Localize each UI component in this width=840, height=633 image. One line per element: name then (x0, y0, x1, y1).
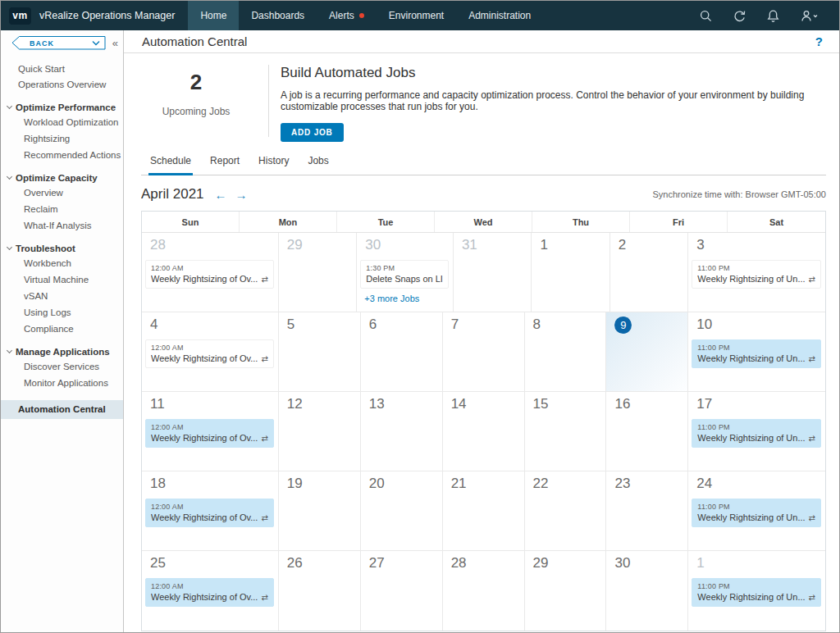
calendar-event[interactable]: 11:00 PMWeekly Rightsizing of Un...⇄ (692, 339, 821, 368)
sidebar-item-vsan[interactable]: vSAN (1, 288, 123, 304)
more-jobs-link[interactable]: +3 more Jobs (364, 294, 450, 303)
calendar-day-29[interactable]: 29 (525, 551, 607, 631)
previous-month-arrow-icon[interactable]: ← (215, 189, 227, 201)
day-number-line: 20 (363, 476, 440, 494)
sidebar-item-recommended-actions[interactable]: Recommended Actions (1, 148, 123, 164)
calendar-day-24[interactable]: 2411:00 PMWeekly Rightsizing of Un...⇄ (688, 471, 825, 550)
sidebar-item-operations-overview[interactable]: Operations Overview (1, 77, 123, 93)
back-button[interactable]: BACK (11, 36, 106, 50)
sidebar-item-workbench[interactable]: Workbench (1, 256, 123, 272)
calendar-event[interactable]: 11:00 PMWeekly Rightsizing of Un...⇄ (692, 419, 821, 448)
calendar-week: 2812:00 AMWeekly Rightsizing of Ov...⇄29… (142, 233, 825, 312)
calendar-day-18[interactable]: 1812:00 AMWeekly Rightsizing of Ov...⇄ (142, 471, 279, 550)
calendar-event[interactable]: 11:00 PMWeekly Rightsizing of Un...⇄ (692, 499, 821, 527)
calendar-day-12[interactable]: 12 (279, 392, 361, 471)
calendar-day-17[interactable]: 1711:00 PMWeekly Rightsizing of Un...⇄ (688, 392, 825, 471)
sidebar-item-reclaim[interactable]: Reclaim (1, 202, 123, 218)
calendar-day-20[interactable]: 20 (361, 471, 443, 550)
sidebar-item-virtual-machine[interactable]: Virtual Machine (1, 271, 123, 288)
tab-schedule[interactable]: Schedule (148, 152, 193, 175)
sidebar-item-discover-services[interactable]: Discover Services (1, 358, 123, 375)
calendar-day-1[interactable]: 1 (532, 233, 609, 312)
help-icon[interactable]: ? (815, 34, 823, 48)
calendar-day-11[interactable]: 1112:00 AMWeekly Rightsizing of Ov...⇄ (142, 392, 279, 471)
tab-jobs[interactable]: Jobs (306, 152, 330, 175)
calendar-event[interactable]: 1:30 PMDelete Snaps on LI (360, 260, 449, 289)
tab-report[interactable]: Report (208, 152, 241, 175)
day-number-line: 1 (691, 555, 823, 573)
nav-item-dashboards[interactable]: Dashboards (239, 1, 317, 30)
calendar-day-13[interactable]: 13 (361, 392, 443, 471)
calendar-event[interactable]: 12:00 AMWeekly Rightsizing of Ov...⇄ (145, 339, 274, 368)
calendar-event[interactable]: 12:00 AMWeekly Rightsizing of Ov...⇄ (145, 499, 274, 527)
calendar-day-27[interactable]: 27 (361, 551, 443, 631)
sidebar-item-what-if-analysis[interactable]: What-If Analysis (1, 218, 123, 235)
calendar-event[interactable]: 11:00 PMWeekly Rightsizing of Un...⇄ (692, 578, 821, 607)
calendar-day-4[interactable]: 412:00 AMWeekly Rightsizing of Ov...⇄ (142, 312, 279, 391)
event-title-text: Delete Snaps on LI (366, 274, 443, 284)
calendar-day-23[interactable]: 23 (606, 471, 688, 550)
calendar-day-30[interactable]: 301:30 PMDelete Snaps on LI+3 more Jobs (357, 233, 454, 312)
add-job-button[interactable]: ADD JOB (281, 123, 344, 142)
day-number-line: 30 (359, 237, 450, 255)
calendar-day-28[interactable]: 2812:00 AMWeekly Rightsizing of Ov...⇄ (142, 233, 279, 312)
nav-item-administration[interactable]: Administration (456, 1, 543, 30)
chevron-down-icon (7, 174, 12, 180)
refresh-icon[interactable] (733, 9, 746, 23)
sidebar-group-header-manage-applications[interactable]: Manage Applications (1, 344, 123, 358)
sidebar-item-quick-start[interactable]: Quick Start (1, 61, 123, 77)
calendar-day-10[interactable]: 1011:00 PMWeekly Rightsizing of Un...⇄ (688, 312, 825, 391)
calendar-day-30[interactable]: 30 (606, 551, 688, 631)
event-time: 11:00 PM (697, 582, 815, 590)
calendar-day-15[interactable]: 15 (525, 392, 607, 471)
calendar-day-21[interactable]: 21 (443, 471, 525, 550)
calendar-day-2[interactable]: 2 (610, 233, 689, 312)
calendar-day-28[interactable]: 28 (443, 551, 525, 631)
calendar-week: 2512:00 AMWeekly Rightsizing of Ov...⇄26… (142, 551, 825, 631)
calendar-day-5[interactable]: 5 (279, 312, 361, 391)
user-menu-icon[interactable] (800, 9, 819, 23)
calendar-event[interactable]: 12:00 AMWeekly Rightsizing of Ov...⇄ (145, 578, 274, 607)
calendar-day-31[interactable]: 31 (454, 233, 532, 312)
calendar-day-1[interactable]: 111:00 PMWeekly Rightsizing of Un...⇄ (688, 551, 825, 631)
sidebar-group-header-troubleshoot[interactable]: Troubleshoot (1, 242, 123, 256)
sidebar-group-header-optimize-performance[interactable]: Optimize Performance (1, 101, 123, 115)
calendar-day-9[interactable]: 9 (606, 312, 688, 391)
calendar-event[interactable]: 11:00 PMWeekly Rightsizing of Un...⇄ (692, 260, 821, 289)
calendar-day-8[interactable]: 8 (525, 312, 607, 391)
sidebar-item-overview[interactable]: Overview (1, 185, 123, 202)
calendar-day-22[interactable]: 22 (525, 471, 607, 550)
weekday-header-wed: Wed (435, 212, 532, 232)
top-nav: vm vRealize Operations Manager HomeDashb… (1, 1, 839, 30)
notifications-icon[interactable] (766, 9, 780, 23)
calendar-day-3[interactable]: 311:00 PMWeekly Rightsizing of Un...⇄ (688, 233, 825, 312)
day-number: 25 (150, 555, 166, 571)
nav-item-home[interactable]: Home (188, 1, 239, 30)
calendar-day-26[interactable]: 26 (279, 551, 361, 631)
tab-bar: ScheduleReportHistoryJobs (141, 152, 826, 175)
search-icon[interactable] (699, 9, 713, 23)
calendar-day-29[interactable]: 29 (279, 233, 357, 312)
calendar-event[interactable]: 12:00 AMWeekly Rightsizing of Ov...⇄ (145, 260, 274, 289)
calendar-day-25[interactable]: 2512:00 AMWeekly Rightsizing of Ov...⇄ (142, 551, 279, 631)
calendar-day-19[interactable]: 19 (279, 471, 361, 550)
calendar-day-14[interactable]: 14 (443, 392, 525, 471)
day-number-line: 31 (456, 237, 529, 255)
next-month-arrow-icon[interactable]: → (235, 189, 248, 201)
calendar-day-16[interactable]: 16 (606, 392, 688, 471)
sidebar-item-compliance[interactable]: Compliance (1, 321, 123, 337)
tab-history[interactable]: History (257, 152, 290, 175)
sidebar-item-using-logs[interactable]: Using Logs (1, 304, 123, 321)
sidebar-item-monitor-applications[interactable]: Monitor Applications (1, 375, 123, 391)
weekday-header-sat: Sat (728, 212, 825, 232)
calendar-day-7[interactable]: 7 (443, 312, 525, 391)
sidebar-item-rightsizing[interactable]: Rightsizing (1, 131, 123, 148)
sidebar-group-header-optimize-capacity[interactable]: Optimize Capacity (1, 171, 123, 185)
collapse-sidebar-icon[interactable]: « (112, 38, 118, 48)
sidebar-item-workload-optimization[interactable]: Workload Optimization (1, 115, 123, 131)
nav-item-alerts[interactable]: Alerts (317, 1, 377, 30)
sidebar-item-automation-central[interactable]: Automation Central (1, 400, 123, 419)
calendar-event[interactable]: 12:00 AMWeekly Rightsizing of Ov...⇄ (145, 419, 274, 448)
calendar-day-6[interactable]: 6 (361, 312, 443, 391)
nav-item-environment[interactable]: Environment (377, 1, 456, 30)
